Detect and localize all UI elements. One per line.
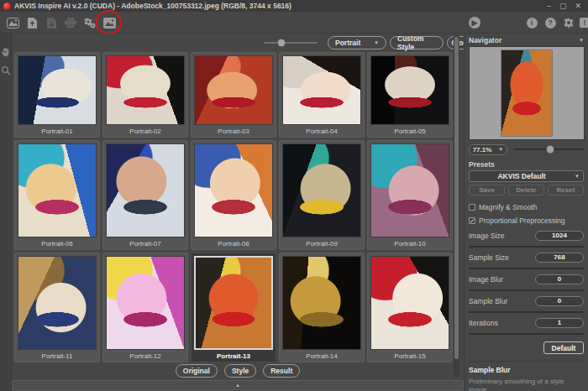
feedback-icon[interactable]: ! [577,15,588,30]
style-tile-label: Portrait-06 [15,237,99,249]
style-thumbnail[interactable] [194,256,273,350]
help-icon[interactable]: ? [543,15,558,30]
checkbox-row-proportional[interactable]: ✓ Proportional Preprocessing [469,216,584,226]
close-button[interactable]: ✕ [575,0,581,12]
param-label: Sample Size [469,253,509,262]
style-thumbnail[interactable] [370,55,449,125]
gallery-scrollbar[interactable] [454,35,459,378]
save-image-icon [44,15,59,30]
param-slider[interactable] [469,246,584,248]
gallery-bottombar: Original Style Result [12,362,464,379]
style-tile[interactable]: Portrait-13 [191,253,276,362]
info-icon[interactable]: i [524,15,539,30]
style-tile-label: Portrait-13 [192,350,276,362]
style-tile[interactable]: Portrait-09 [279,140,365,250]
param-slider[interactable] [469,333,584,335]
window-title: AKVIS Inspire AI v.2.0 (CUDA) - AdobeSto… [14,2,291,10]
original-tab-button[interactable]: Original [176,364,218,378]
preset-save-button[interactable]: Save [469,185,505,196]
param-slider[interactable] [469,289,584,291]
parameters: Image Size 1024 Sample Size 768 Image Bl… [469,230,584,335]
style-tile-label: Portrait-01 [15,125,99,137]
style-tile[interactable]: Portrait-01 [14,52,100,138]
app-window: AKVIS Inspire AI v.2.0 (CUDA) - AdobeSto… [0,0,588,391]
style-tile[interactable]: Portrait-08 [191,140,276,250]
style-thumbnail[interactable] [282,143,361,237]
style-tile[interactable]: Portrait-12 [102,253,188,362]
category-dropdown[interactable]: Portrait▼ [328,36,386,50]
style-tile-label: Portrait-09 [280,237,364,249]
checkbox-row-magnify[interactable]: Magnify & Smooth [469,202,584,212]
style-thumbnail[interactable] [106,55,185,125]
style-tab-button[interactable]: Style [224,364,256,378]
style-thumbnail[interactable] [106,143,185,237]
param-value[interactable]: 768 [535,253,584,263]
style-thumbnail[interactable] [282,55,361,125]
thumbnail-size-slider[interactable] [264,42,318,44]
param-value[interactable]: 1024 [535,231,584,241]
style-tile[interactable]: Portrait-03 [191,52,276,138]
hand-tool-icon[interactable] [1,47,11,57]
minimize-button[interactable]: – [547,0,551,12]
style-tile[interactable]: Portrait-06 [14,140,100,250]
style-thumbnail[interactable] [370,143,449,237]
maximize-button[interactable]: ▢ [559,0,567,12]
param-value[interactable]: 0 [535,296,584,306]
zoom-tool-icon[interactable] [1,65,11,76]
chevron-down-icon: ▼ [498,147,503,152]
navigator-header[interactable]: Navigator ▼ [469,34,584,46]
style-thumbnail[interactable] [282,256,361,350]
batch-processing-icon[interactable] [82,15,97,30]
custom-style-button[interactable]: Custom Style [390,36,444,50]
style-thumbnail[interactable] [194,143,273,237]
style-tile[interactable]: Portrait-11 [14,253,100,362]
style-gallery-icon[interactable] [102,15,117,30]
style-tile[interactable]: Portrait-14 [279,253,365,362]
hint-title: Sample Blur [469,366,584,374]
style-tile-label: Portrait-14 [280,350,364,362]
param-value[interactable]: 0 [535,274,584,284]
titlebar: AKVIS Inspire AI v.2.0 (CUDA) - AdobeSto… [0,0,588,12]
scrollbar-thumb[interactable] [454,37,459,359]
style-tile-label: Portrait-02 [103,125,187,137]
default-button[interactable]: Default [543,341,584,354]
param-label: Sample Blur [469,297,507,305]
style-thumbnail[interactable] [18,143,97,237]
workspace-icon[interactable] [5,15,20,30]
run-icon[interactable]: ▶ [467,15,482,30]
style-thumbnail[interactable] [106,256,185,350]
param-value[interactable]: 1 [535,318,584,328]
collapse-strip[interactable]: ▲ [12,380,464,390]
style-thumbnail[interactable] [18,256,97,350]
open-image-icon[interactable] [24,15,39,30]
collapse-arrow-icon: ▲ [235,383,240,388]
magnify-smooth-checkbox[interactable] [469,204,475,211]
preset-reset-button[interactable]: Reset [548,185,584,196]
style-thumbnail[interactable] [370,256,449,350]
app-logo-icon [3,3,11,10]
style-tile[interactable]: Portrait-07 [102,140,188,250]
navigator-preview[interactable] [469,46,585,140]
style-tile[interactable]: Portrait-10 [367,140,453,250]
style-tile-label: Portrait-12 [103,350,187,362]
param-label: Iterations [469,319,498,327]
style-thumbnail[interactable] [18,55,97,125]
result-tab-button[interactable]: Result [263,364,300,378]
preset-dropdown[interactable]: AKVIS Default ▼ [469,170,584,182]
style-tile[interactable]: Portrait-05 [367,52,453,138]
style-tile[interactable]: Portrait-04 [279,52,365,138]
zoom-slider[interactable] [514,149,584,150]
style-thumbnail[interactable] [194,55,273,125]
proportional-preprocessing-checkbox[interactable]: ✓ [469,217,475,224]
zoom-level-dropdown[interactable]: 77.1%▼ [469,144,507,155]
tool-rail [0,34,12,391]
style-tile[interactable]: Portrait-02 [102,52,188,138]
chevron-down-icon: ▼ [575,174,580,179]
preset-delete-button[interactable]: Delete [508,185,544,196]
style-tile[interactable]: Portrait-15 [367,253,453,362]
preferences-gear-icon[interactable] [561,15,576,30]
hints-area: Sample Blur Preliminary smoothing of a s… [469,361,584,391]
param-slider[interactable] [469,268,584,269]
navigator-collapse-icon[interactable]: ▼ [579,38,584,43]
param-slider[interactable] [469,311,584,313]
